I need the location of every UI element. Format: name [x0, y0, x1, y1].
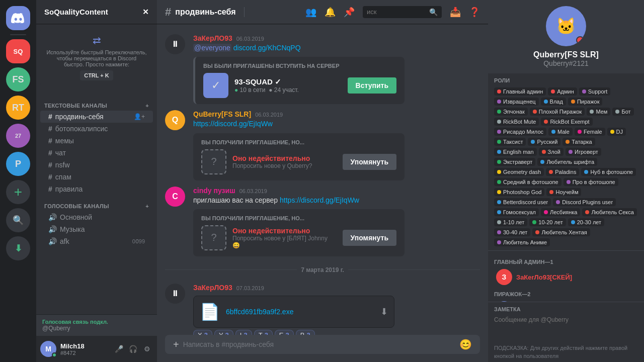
add-user-icon[interactable]: 👤+: [134, 113, 145, 120]
upload-icon[interactable]: +: [173, 339, 179, 350]
channel-item-спам[interactable]: # спам: [40, 171, 153, 183]
quick-switcher-hint: ⇄ Используйте быстрый Переключатель, что…: [40, 28, 153, 86]
channel-item-ботопокалипсис[interactable]: # ботопокалипсис: [40, 123, 153, 135]
member-item-закерло[interactable]: З ЗаКеrЛо93[СКЕЙ]: [490, 267, 642, 287]
role-label: Ноучейм: [555, 189, 578, 195]
reaction-i[interactable]: I3: [235, 330, 252, 335]
emoji-icon[interactable]: 😊: [459, 338, 472, 350]
search-header-icon[interactable]: 🔔: [325, 7, 336, 18]
mention-button-2[interactable]: Упомянуть: [343, 230, 396, 246]
invalid-info-1: Оно недействительно Попросить новое у Qu…: [232, 154, 337, 169]
category-label: ТЕКСТОВЫЕ КАНАЛЫ: [44, 103, 107, 109]
msg-header-3: cindy пузиш 06.03.2019: [193, 187, 480, 195]
join-server-button[interactable]: Вступить: [348, 77, 396, 94]
role-label: Таксист: [503, 139, 523, 145]
role-пиражок: Пиражок: [568, 98, 603, 106]
add-channel-icon[interactable]: +: [145, 203, 149, 209]
server-dropdown-icon: ✕: [142, 8, 149, 17]
channel-item-nsfw[interactable]: # nsfw: [40, 159, 153, 171]
discord-home-button[interactable]: [6, 6, 30, 30]
voice-channel-основной[interactable]: 🔊 Основной: [40, 211, 153, 223]
reaction-b[interactable]: B3: [296, 330, 315, 335]
channel-item-чат[interactable]: # чат: [40, 147, 153, 159]
mention-button-1[interactable]: Упомянуть: [343, 154, 396, 170]
server-icon-4[interactable]: 27: [6, 124, 30, 148]
role-female: Female: [575, 128, 605, 136]
role-label: Гомосексуал: [503, 209, 536, 215]
role-label: Лесбиянка: [550, 209, 577, 215]
role-игроверт: Игроверт: [566, 148, 601, 156]
file-name[interactable]: 6bffcd691fb9a9f2.exe: [226, 308, 374, 316]
reaction-emoji: T: [259, 331, 263, 335]
category-label: ГОЛОСОВЫЕ КАНАЛЫ: [44, 203, 109, 209]
avatar-3: C: [165, 187, 185, 207]
user-settings-button[interactable]: ⚙: [141, 343, 153, 355]
search-icon[interactable]: 🔍: [429, 8, 438, 16]
role-dot: [497, 110, 501, 114]
message-input[interactable]: [183, 335, 455, 354]
reaction-t[interactable]: T3: [254, 330, 273, 335]
note-textarea[interactable]: [494, 316, 638, 336]
download-button[interactable]: ⬇: [6, 236, 30, 260]
channel-item-правила[interactable]: # правила: [40, 183, 153, 195]
invite-link-1[interactable]: discord.gg/KhCNqPQ: [233, 44, 301, 52]
role-label: Support: [588, 88, 608, 95]
reaction-e[interactable]: E3: [275, 330, 294, 335]
member-info-закерло: ЗаКеrЛо93[СКЕЙ]: [516, 274, 636, 281]
voice-channel-afk[interactable]: 🔊 afk 00̈99: [40, 235, 153, 247]
search-box[interactable]: 🔍: [363, 6, 442, 18]
headphones-toggle[interactable]: 🎧: [127, 343, 139, 355]
role-русский: Русский: [528, 138, 560, 146]
voice-channel-name: afk: [60, 237, 69, 245]
date-divider-1: 7 марта 2019 г.: [165, 266, 480, 274]
server-icon-5[interactable]: P: [6, 152, 30, 176]
msg-timestamp-2: 06.03.2019: [255, 112, 283, 118]
role-label: Татарка: [572, 139, 592, 145]
discover-servers[interactable]: 🔍: [6, 208, 30, 232]
msg-timestamp-3: 06.03.2019: [239, 188, 267, 194]
role-гомосексуал: Гомосексуал: [494, 208, 539, 216]
role-dot: [540, 160, 544, 164]
msg-text-3: приглашаю вас на сервер https://discord.…: [193, 196, 480, 205]
server-name[interactable]: SoQualityContent ✕: [36, 0, 157, 24]
role-english-man: English man: [494, 148, 537, 156]
inbox-icon[interactable]: 📥: [450, 7, 461, 18]
member-name-закерло: ЗаКеrЛо93[СКЕЙ]: [516, 274, 636, 281]
server-icon-1[interactable]: SQ: [6, 39, 30, 63]
pin-icon[interactable]: 📌: [344, 7, 355, 18]
channel-name: мемы: [55, 137, 74, 145]
invalid-body-2: ? Оно недействительно Попросить новое у …: [201, 225, 396, 250]
role-нуб-фотошоп: Нуб в фотошопе: [581, 168, 636, 176]
reaction-x[interactable]: X3: [193, 330, 212, 335]
microphone-toggle[interactable]: 🎤: [113, 343, 125, 355]
channel-sidebar: SoQualityContent ✕ ⇄ Используйте быстрый…: [36, 0, 157, 362]
invite-link-3[interactable]: https://discord.gg/EjIqWw: [280, 196, 359, 204]
role-dot: [497, 190, 501, 194]
speaker-icon: 🔊: [48, 237, 57, 245]
invite-server-name-1: 93-SQUAD ✓: [234, 77, 342, 86]
hash-icon: #: [48, 113, 52, 121]
category-voice-channels[interactable]: ГОЛОСОВЫЕ КАНАЛЫ +: [36, 195, 157, 211]
reaction-y[interactable]: Y2: [214, 330, 233, 335]
category-text-channels[interactable]: ТЕКСТОВЫЕ КАНАЛЫ +: [36, 95, 157, 111]
add-server-button[interactable]: +: [6, 180, 30, 204]
role-label: Средний в фотошопе: [503, 179, 558, 185]
role-dot: [585, 210, 589, 214]
role-dot: [532, 220, 536, 224]
server-icon-2[interactable]: FS: [6, 67, 30, 92]
server-icon-3[interactable]: RT: [6, 96, 30, 120]
search-input[interactable]: [367, 8, 427, 16]
members-list-toggle[interactable]: 👥: [305, 7, 316, 18]
invite-link-2[interactable]: https://discord.gg/EjIqWw: [193, 120, 273, 128]
help-icon[interactable]: ❓: [469, 7, 480, 18]
role-любитель-секса: Любитель Секса: [582, 208, 636, 216]
channel-item-мемы[interactable]: # мемы: [40, 135, 153, 147]
voice-channel-музыка[interactable]: 🔊 Музыка: [40, 223, 153, 235]
role-dot: [584, 170, 588, 174]
avatar-1: ⏸: [165, 34, 185, 54]
add-channel-icon[interactable]: +: [145, 103, 149, 109]
msg-author-3: cindy пузиш: [193, 187, 235, 195]
speaker-icon: 🔊: [48, 213, 57, 221]
download-file-icon[interactable]: ⬇: [380, 306, 388, 317]
channel-item-продвинь-себя[interactable]: # продвинь-себя 👤+: [40, 111, 153, 123]
